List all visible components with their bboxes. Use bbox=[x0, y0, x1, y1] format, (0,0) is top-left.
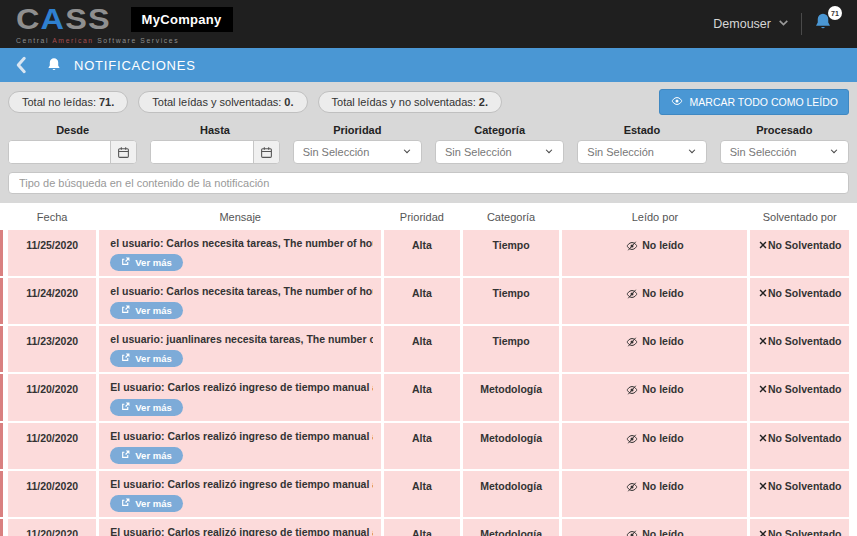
cell-leido-por: No leído bbox=[562, 471, 747, 517]
eye-slash-icon bbox=[626, 336, 638, 348]
open-external-icon bbox=[121, 257, 130, 268]
header-divider bbox=[801, 13, 802, 35]
x-icon bbox=[758, 288, 768, 324]
cell-categoria: Metodología bbox=[463, 423, 560, 469]
desde-date-input[interactable] bbox=[9, 141, 110, 163]
notifications-title-icon bbox=[46, 57, 62, 73]
x-icon bbox=[758, 336, 768, 372]
chevron-down-icon bbox=[687, 146, 697, 158]
chevron-down-icon bbox=[544, 146, 554, 158]
eye-slash-icon bbox=[626, 481, 638, 493]
table-row: 11/20/2020 El usuario: Carlos realizó in… bbox=[8, 519, 849, 536]
badge-read-solved-total: Total leídas y solventadas:0. bbox=[138, 91, 307, 113]
page-title: NOTIFICACIONES bbox=[74, 58, 196, 73]
message-text: el usuario: Carlos necesita tareas, The … bbox=[110, 285, 373, 298]
cell-leido-por: No leído bbox=[562, 278, 747, 324]
ver-mas-button[interactable]: Ver más bbox=[110, 302, 182, 319]
table-row: 11/25/2020 el usuario: Carlos necesita t… bbox=[8, 230, 849, 276]
eye-icon bbox=[670, 95, 684, 109]
calendar-icon[interactable] bbox=[110, 141, 136, 163]
app-header: CASS MyCompany Central American Software… bbox=[0, 0, 857, 48]
cell-mensaje: el usuario: Carlos necesita tareas, The … bbox=[99, 278, 381, 324]
ver-mas-button[interactable]: Ver más bbox=[110, 350, 182, 367]
cell-categoria: Metodología bbox=[463, 519, 560, 536]
cell-prioridad: Alta bbox=[384, 278, 460, 324]
filters-row: Desde Hasta Prioridad Sin Selección bbox=[8, 124, 849, 164]
notifications-bell-button[interactable]: 71 bbox=[813, 12, 839, 36]
prioridad-select[interactable]: Sin Selección bbox=[293, 140, 422, 164]
table-body: 11/25/2020 el usuario: Carlos necesita t… bbox=[8, 230, 849, 536]
back-button[interactable] bbox=[14, 56, 30, 74]
open-external-icon bbox=[121, 402, 130, 413]
col-header-mensaje: Mensaje bbox=[99, 211, 381, 223]
col-header-leido-por: Leído por bbox=[562, 211, 747, 223]
table-header: Fecha Mensaje Prioridad Categoría Leído … bbox=[8, 203, 849, 230]
cell-categoria: Tiempo bbox=[463, 326, 560, 372]
eye-slash-icon bbox=[626, 240, 638, 252]
message-text: el usuario: Carlos necesita tareas, The … bbox=[110, 237, 373, 250]
cell-solventado-por: No Solventado bbox=[750, 326, 849, 372]
cell-solventado-por: No Solventado bbox=[750, 471, 849, 517]
open-external-icon bbox=[121, 305, 130, 316]
filter-estado: Estado Sin Selección bbox=[577, 124, 706, 164]
open-external-icon bbox=[121, 353, 130, 364]
ver-mas-button[interactable]: Ver más bbox=[110, 495, 182, 512]
cell-solventado-por: No Solventado bbox=[750, 374, 849, 420]
table-row: 11/24/2020 el usuario: Carlos necesita t… bbox=[8, 278, 849, 324]
filter-categoria: Categoría Sin Selección bbox=[435, 124, 564, 164]
notifications-table: Fecha Mensaje Prioridad Categoría Leído … bbox=[0, 203, 857, 536]
categoria-select[interactable]: Sin Selección bbox=[435, 140, 564, 164]
cell-categoria: Metodología bbox=[463, 374, 560, 420]
calendar-icon[interactable] bbox=[253, 141, 279, 163]
cell-prioridad: Alta bbox=[384, 423, 460, 469]
cell-fecha: 11/20/2020 bbox=[8, 519, 96, 536]
message-text: El usuario: Carlos realizó ingreso de ti… bbox=[110, 526, 373, 536]
procesado-select[interactable]: Sin Selección bbox=[720, 140, 849, 164]
cell-fecha: 11/20/2020 bbox=[8, 471, 96, 517]
user-menu[interactable]: Demouser bbox=[713, 15, 790, 33]
cell-solventado-por: No Solventado bbox=[750, 519, 849, 536]
col-header-categoria: Categoría bbox=[463, 211, 560, 223]
cell-leido-por: No leído bbox=[562, 423, 747, 469]
cell-fecha: 11/23/2020 bbox=[8, 326, 96, 372]
cell-leido-por: No leído bbox=[562, 230, 747, 276]
cell-fecha: 11/24/2020 bbox=[8, 278, 96, 324]
search-input[interactable] bbox=[8, 172, 849, 194]
cell-leido-por: No leído bbox=[562, 326, 747, 372]
ver-mas-button[interactable]: Ver más bbox=[110, 447, 182, 464]
message-text: El usuario: Carlos realizó ingreso de ti… bbox=[110, 381, 373, 394]
cell-leido-por: No leído bbox=[562, 374, 747, 420]
x-icon bbox=[758, 481, 768, 517]
message-text: El usuario: Carlos realizó ingreso de ti… bbox=[110, 478, 373, 491]
x-icon bbox=[758, 433, 768, 469]
cell-fecha: 11/20/2020 bbox=[8, 423, 96, 469]
cell-prioridad: Alta bbox=[384, 374, 460, 420]
hasta-date-input[interactable] bbox=[151, 141, 252, 163]
filter-prioridad: Prioridad Sin Selección bbox=[293, 124, 422, 164]
open-external-icon bbox=[121, 498, 130, 509]
ver-mas-button[interactable]: Ver más bbox=[110, 399, 182, 416]
ver-mas-button[interactable]: Ver más bbox=[110, 254, 182, 271]
cell-categoria: Metodología bbox=[463, 471, 560, 517]
eye-slash-icon bbox=[626, 288, 638, 300]
cell-fecha: 11/20/2020 bbox=[8, 374, 96, 420]
logo-tagline: Central American Software Services bbox=[16, 37, 233, 44]
mark-all-read-button[interactable]: MARCAR TODO COMO LEÍDO bbox=[659, 89, 849, 115]
cell-mensaje: El usuario: Carlos realizó ingreso de ti… bbox=[99, 423, 381, 469]
bell-badge-count: 71 bbox=[828, 6, 842, 20]
eye-slash-icon bbox=[626, 384, 638, 396]
estado-select[interactable]: Sin Selección bbox=[577, 140, 706, 164]
table-row: 11/20/2020 El usuario: Carlos realizó in… bbox=[8, 423, 849, 469]
table-row: 11/20/2020 El usuario: Carlos realizó in… bbox=[8, 471, 849, 517]
filter-desde: Desde bbox=[8, 124, 137, 164]
cell-prioridad: Alta bbox=[384, 519, 460, 536]
cell-categoria: Tiempo bbox=[463, 230, 560, 276]
logo-text: CASS bbox=[16, 5, 111, 34]
chevron-down-icon bbox=[777, 15, 790, 33]
chevron-down-icon bbox=[402, 146, 412, 158]
search-row bbox=[8, 172, 849, 194]
message-text: El usuario: Carlos realizó ingreso de ti… bbox=[110, 430, 373, 443]
cell-mensaje: El usuario: Carlos realizó ingreso de ti… bbox=[99, 519, 381, 536]
col-header-prioridad: Prioridad bbox=[384, 211, 460, 223]
cell-mensaje: El usuario: Carlos realizó ingreso de ti… bbox=[99, 374, 381, 420]
